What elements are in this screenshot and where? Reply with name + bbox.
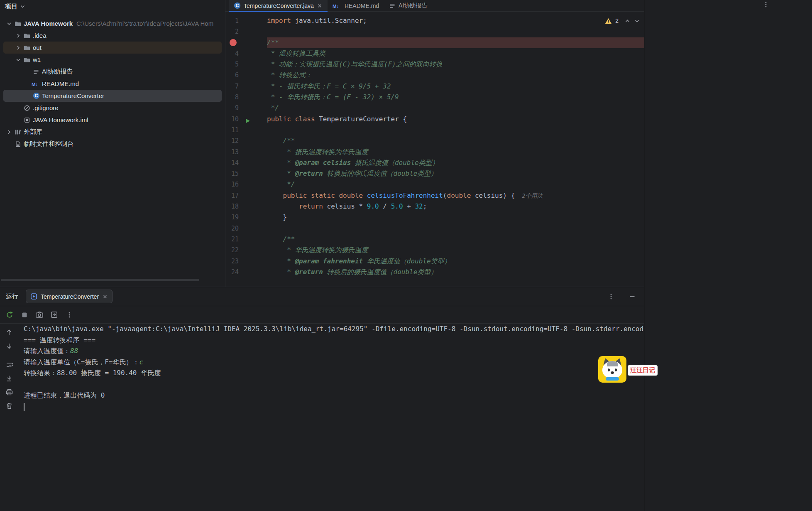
import-button[interactable] — [49, 309, 60, 320]
console-line: C:\java\bin\java.exe "-javaagent:C:\java… — [24, 324, 644, 335]
previous-problem-icon[interactable] — [624, 18, 631, 24]
more-icon[interactable] — [605, 291, 616, 302]
chevron-right-icon[interactable] — [14, 32, 22, 39]
tree-item-label: w1 — [33, 56, 41, 63]
close-tab-icon[interactable] — [102, 294, 108, 300]
markdown-icon: M↓ — [333, 3, 342, 9]
console-text: === 温度转换程序 === — [24, 336, 95, 344]
horizontal-scrollbar[interactable] — [1, 279, 199, 281]
tree-item-iml[interactable]: JAVA Homework.iml — [3, 114, 222, 126]
editor-tab-readme-md[interactable]: M↓README.md — [328, 0, 384, 11]
tree-item-ai-report[interactable]: AI协助报告 — [3, 66, 222, 78]
tree-item-temperature-converter[interactable]: CTemperatureConverter — [3, 90, 222, 102]
code-token: } — [267, 213, 287, 221]
code-text — [267, 26, 644, 37]
close-tab-icon[interactable] — [317, 3, 323, 9]
chevron-right-icon[interactable] — [5, 129, 13, 135]
code-text: * @return 转换后的摄氏温度值（double类型） — [267, 267, 644, 278]
code-token: celsiusToFahrenheit — [367, 192, 443, 199]
next-problem-icon[interactable] — [634, 18, 640, 24]
project-panel-header[interactable]: 项目 — [0, 0, 225, 12]
code-token: ( — [443, 192, 447, 199]
svg-text:C: C — [34, 93, 38, 98]
run-tab[interactable]: TemperatureConverter — [26, 290, 113, 303]
ide-window: 项目 JAVA HomeworkC:\Users\Ad'mi'ni's'tra'… — [0, 0, 644, 511]
line-number: 7 — [225, 81, 239, 92]
tree-item-label: out — [33, 44, 42, 51]
rerun-button[interactable] — [4, 309, 15, 320]
editor-gutter: 5 — [225, 59, 267, 70]
code-line: 1import java.util.Scanner; — [225, 15, 644, 26]
code-text: * - 摄氏转华氏：F = C × 9/5 + 32 — [267, 81, 644, 92]
console-line — [24, 379, 644, 390]
scroll-to-end-button[interactable] — [4, 373, 15, 384]
code-line: 7 * - 摄氏转华氏：F = C × 9/5 + 32 — [225, 81, 644, 92]
arrow-up-button[interactable] — [4, 327, 15, 338]
tree-item-label: 外部库 — [24, 128, 42, 136]
tree-item-scratches[interactable]: 临时文件和控制台 — [3, 138, 222, 150]
print-button[interactable] — [4, 387, 15, 398]
code-line: 21 /** — [225, 234, 644, 245]
chevron-down-icon[interactable] — [20, 3, 26, 10]
code-token: celsius) { — [471, 192, 515, 199]
code-line: 17 public static double celsiusToFahrenh… — [225, 190, 644, 201]
tree-item-java-homework[interactable]: JAVA HomeworkC:\Users\Ad'mi'ni's'tra'to'… — [3, 17, 222, 29]
editor-tab-label: TemperatureConverter.java — [244, 2, 314, 9]
top-region: 项目 JAVA HomeworkC:\Users\Ad'mi'ni's'tra'… — [0, 0, 644, 287]
code-line: 20 — [225, 223, 644, 234]
code-token: celsius * — [323, 202, 367, 210]
editor-gutter: 7 — [225, 81, 267, 92]
code-token: 摄氏温度值（double类型） — [351, 159, 438, 167]
project-panel-title: 项目 — [5, 2, 17, 10]
console-output[interactable]: C:\java\bin\java.exe "-javaagent:C:\java… — [18, 324, 644, 511]
svg-text:M↓: M↓ — [333, 3, 339, 8]
code-token: @return — [295, 268, 323, 276]
code-token: * — [267, 170, 295, 177]
minimize-icon[interactable] — [626, 291, 638, 302]
editor-gutter: 11 — [225, 125, 267, 135]
tree-item-readme[interactable]: M↓README.md — [3, 78, 222, 90]
tree-item-idea[interactable]: .idea — [3, 29, 222, 42]
user-input-text: c — [139, 358, 144, 366]
code-token: public class — [267, 115, 315, 123]
console-line: === 温度转换程序 === — [24, 335, 644, 346]
editor-tab-bar: CTemperatureConverter.javaM↓README.mdAI协… — [225, 0, 644, 12]
editor-gutter: 17 — [225, 190, 267, 201]
inspection-widget[interactable]: 2 — [602, 17, 643, 25]
tree-item-label: .idea — [33, 32, 46, 39]
sticker-overlay[interactable]: 汪汪日记 — [598, 356, 658, 383]
dog-sticker-image[interactable] — [598, 356, 626, 383]
editor-tab-temperature-converter-java[interactable]: CTemperatureConverter.java — [229, 0, 328, 11]
code-editor[interactable]: 1import java.util.Scanner;2/**4 * 温度转换工具… — [225, 12, 644, 287]
chevron-down-icon[interactable] — [5, 20, 13, 27]
editor-gutter: 20 — [225, 223, 267, 234]
more-menu-icon[interactable] — [763, 1, 769, 8]
run-panel: 运行 TemperatureConverter C:\java\bin\java… — [0, 287, 644, 511]
more-button[interactable] — [64, 309, 75, 320]
stop-button[interactable] — [19, 309, 30, 320]
text-file-icon — [389, 2, 396, 9]
code-token: * — [267, 159, 295, 167]
tree-item-out[interactable]: out — [3, 42, 222, 54]
chevron-down-icon[interactable] — [14, 57, 22, 63]
tree-item-w1[interactable]: w1 — [3, 54, 222, 66]
tree-item-gitignore[interactable]: .gitignore — [3, 102, 222, 114]
tree-item-label: AI协助报告 — [42, 68, 73, 76]
code-text: public class TemperatureConverter { — [267, 114, 644, 125]
clear-button[interactable] — [4, 400, 15, 411]
editor-gutter: 15 — [225, 168, 267, 179]
chevron-right-icon[interactable] — [14, 44, 22, 51]
sticker-label: 汪汪日记 — [628, 365, 658, 376]
arrow-down-button[interactable] — [4, 341, 15, 351]
camera-button[interactable] — [34, 309, 45, 320]
line-number: 15 — [225, 168, 239, 179]
soft-wrap-button[interactable] — [4, 359, 15, 370]
code-text: */ — [267, 179, 644, 190]
code-text: /** — [267, 37, 644, 48]
tree-item-external-libraries[interactable]: 外部库 — [3, 126, 222, 138]
breakpoint-icon[interactable] — [230, 39, 237, 46]
line-number: 22 — [225, 245, 239, 256]
code-token: 转换后的摄氏温度值（double类型） — [323, 268, 437, 276]
editor-tab-ai-report[interactable]: AI协助报告 — [384, 0, 432, 11]
code-text: * 摄氏温度转换为华氏温度 — [267, 147, 644, 157]
